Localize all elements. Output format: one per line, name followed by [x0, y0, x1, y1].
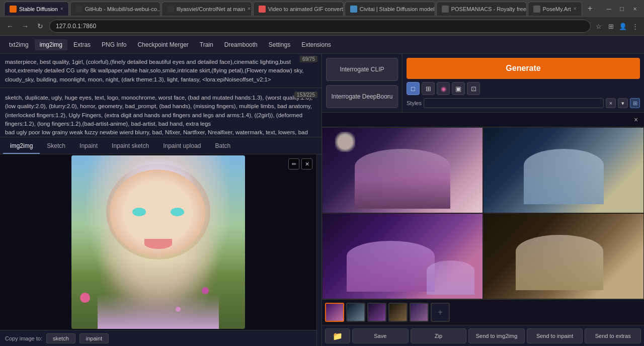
- figure-1: [355, 149, 451, 208]
- tab-favicon-1: [10, 6, 17, 13]
- positive-prompt-wrapper: masterpiece, best quality, 1girl, (color…: [0, 54, 321, 90]
- styles-dropdown-button[interactable]: ▾: [618, 98, 628, 108]
- forward-button[interactable]: →: [19, 20, 31, 32]
- style-icon-5[interactable]: ⊡: [467, 82, 480, 95]
- browser-tab-2[interactable]: GitHub - Mikubill/sd-webui-co... ×: [70, 2, 160, 16]
- tab-sketch[interactable]: Sketch: [40, 139, 72, 154]
- new-tab-button[interactable]: +: [583, 2, 597, 16]
- generate-button[interactable]: Generate: [407, 58, 640, 79]
- style-icon-1[interactable]: □: [407, 82, 420, 95]
- results-panel: ×: [322, 113, 644, 346]
- tab-label-5: Civitai | Stable Diffusion model...: [360, 6, 435, 12]
- style-icon-3[interactable]: ◉: [437, 82, 450, 95]
- browser-tab-7[interactable]: PoseMy.Art ×: [528, 2, 582, 16]
- send-to-img2img-button[interactable]: Send to img2img: [468, 328, 525, 343]
- negative-prompt-textarea[interactable]: sketch, duplicate, ugly, huge eyes, text…: [0, 90, 321, 137]
- nav-checkpoint-merger[interactable]: Checkpoint Merger: [132, 39, 193, 50]
- thumbnail-add[interactable]: +: [431, 303, 450, 322]
- nav-png-info[interactable]: PNG Info: [97, 39, 131, 50]
- copy-to-inpaint-button[interactable]: inpaint: [79, 333, 109, 343]
- result-cell-1[interactable]: [322, 127, 483, 213]
- tab-img2img[interactable]: img2img: [3, 139, 40, 154]
- figure-2: [524, 149, 604, 204]
- browser-chrome: Stable Diffusion × GitHub - Mikubill/sd-…: [0, 0, 644, 36]
- minimize-icon[interactable]: ─: [604, 4, 614, 14]
- copy-to-label: Copy image to:: [5, 335, 42, 341]
- tabs-row: img2img Sketch Inpaint Inpaint sketch In…: [0, 139, 321, 154]
- tab-favicon-4: [259, 6, 266, 13]
- clear-image-button[interactable]: ✕: [301, 158, 312, 169]
- left-panel: masterpiece, best quality, 1girl, (color…: [0, 54, 322, 346]
- back-button[interactable]: ←: [4, 20, 16, 32]
- address-bar-row: ← → ↻ 127.0.0.1:7860 ☆ ⊞ 👤 ⋮: [0, 17, 644, 35]
- copy-to-sketch-button[interactable]: sketch: [46, 333, 75, 343]
- send-to-inpaint-button[interactable]: Send to inpaint: [527, 328, 583, 343]
- address-bar[interactable]: 127.0.0.1:7860: [49, 20, 591, 33]
- thumbnail-1[interactable]: [325, 303, 344, 322]
- close-browser-icon[interactable]: ×: [630, 4, 640, 14]
- bookmark-star-icon[interactable]: ☆: [594, 21, 604, 31]
- style-icon-2[interactable]: ⊞: [422, 82, 435, 95]
- nav-txt2img[interactable]: txt2img: [4, 39, 34, 50]
- image-container[interactable]: ✏ ✕: [0, 154, 316, 330]
- tab-favicon-3: [167, 6, 174, 13]
- top-right-panels: Interrogate CLIP Interrogate DeepBooru G…: [322, 54, 644, 113]
- nav-dreambooth[interactable]: Dreambooth: [219, 39, 263, 50]
- styles-close-button[interactable]: ×: [606, 98, 616, 108]
- save-button[interactable]: Save: [352, 328, 409, 343]
- browser-tab-3[interactable]: Illyasviel/ControlNet at main ×: [162, 2, 252, 16]
- extension-icon[interactable]: ⊞: [606, 21, 616, 31]
- styles-input[interactable]: [424, 98, 604, 108]
- maximize-icon[interactable]: □: [617, 4, 627, 14]
- tab-inpaint-sketch[interactable]: Inpaint sketch: [105, 139, 156, 154]
- browser-tab-4[interactable]: Video to animated GIF converter ×: [253, 2, 344, 16]
- positive-prompt-textarea[interactable]: masterpiece, best quality, 1girl, (color…: [0, 54, 321, 88]
- interrogate-deepbooru-button[interactable]: Interrogate DeepBooru: [326, 85, 398, 108]
- interrogate-panel: Interrogate CLIP Interrogate DeepBooru: [322, 54, 403, 112]
- thumbnail-5[interactable]: [410, 303, 429, 322]
- browser-tab-6[interactable]: POSEMANIACS - Royalty free 3... ×: [436, 2, 527, 16]
- close-results-button[interactable]: ×: [631, 115, 641, 125]
- nav-extras[interactable]: Extras: [68, 39, 96, 50]
- reload-button[interactable]: ↻: [34, 20, 46, 32]
- send-to-extras-button[interactable]: Send to extras: [585, 328, 641, 343]
- browser-tab-active[interactable]: Stable Diffusion ×: [4, 2, 69, 16]
- tab-label-7: PoseMy.Art: [543, 6, 571, 12]
- interrogate-clip-button[interactable]: Interrogate CLIP: [326, 58, 398, 81]
- img2img-area: ✏ ✕ Copy image to: sketch inpaint: [0, 154, 321, 346]
- profile-icon[interactable]: 👤: [618, 21, 628, 31]
- styles-row: Styles × ▾ ⊞: [407, 98, 640, 108]
- moon-1: [335, 132, 355, 152]
- nav-extensions[interactable]: Extensions: [296, 39, 336, 50]
- negative-prompt-counter: 153/225: [294, 92, 317, 98]
- tab-inpaint-upload[interactable]: Inpaint upload: [156, 139, 208, 154]
- open-folder-button[interactable]: 📁: [325, 328, 350, 343]
- style-icon-4[interactable]: ▣: [452, 82, 465, 95]
- nav-train[interactable]: Train: [195, 39, 218, 50]
- edit-image-button[interactable]: ✏: [288, 158, 299, 169]
- tab-inpaint[interactable]: Inpaint: [72, 139, 105, 154]
- tab-close-7[interactable]: ×: [574, 6, 577, 12]
- thumbnail-3[interactable]: [367, 303, 386, 322]
- tab-label-4: Video to animated GIF converter: [268, 6, 344, 12]
- results-grid: [322, 127, 644, 299]
- tab-close-1[interactable]: ×: [60, 6, 63, 12]
- thumbnail-4[interactable]: [388, 303, 408, 322]
- zip-button[interactable]: Zip: [411, 328, 467, 343]
- style-icons-row: □ ⊞ ◉ ▣ ⊡: [407, 82, 640, 95]
- image-controls: ✏ ✕: [288, 158, 312, 169]
- tab-close-3[interactable]: ×: [248, 6, 251, 12]
- settings-gear-icon[interactable]: ⋮: [630, 21, 640, 31]
- tab-label-1: Stable Diffusion: [19, 6, 58, 12]
- result-cell-2[interactable]: [483, 127, 644, 213]
- nav-img2img[interactable]: img2img: [35, 39, 67, 50]
- tab-favicon-6: [442, 6, 449, 13]
- result-cell-3[interactable]: [322, 213, 483, 299]
- thumbnail-2[interactable]: [346, 303, 365, 322]
- styles-apply-button[interactable]: ⊞: [630, 98, 640, 108]
- tab-favicon-2: [75, 6, 83, 13]
- browser-tab-5[interactable]: Civitai | Stable Diffusion model... ×: [345, 2, 435, 16]
- tab-batch[interactable]: Batch: [208, 139, 238, 154]
- nav-settings[interactable]: Settings: [264, 39, 295, 50]
- result-cell-4[interactable]: [483, 213, 644, 299]
